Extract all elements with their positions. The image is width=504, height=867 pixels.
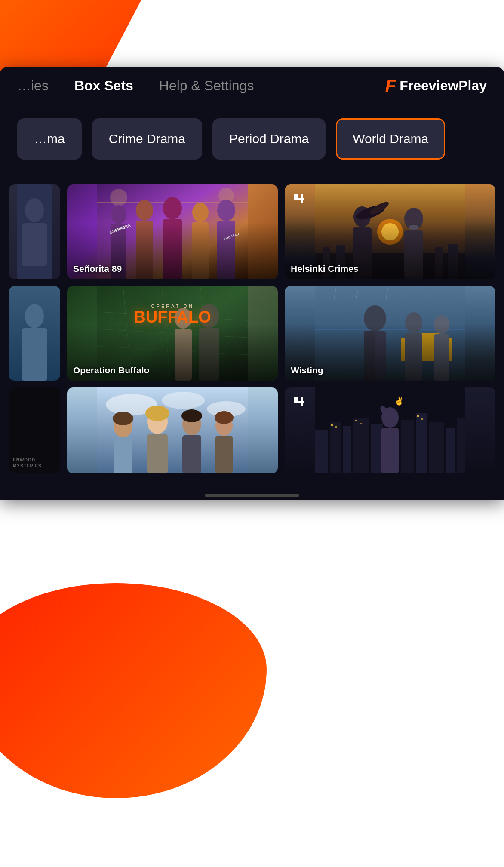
svg-point-76: [181, 409, 202, 422]
content-area: GUERRERA YUCATAN Señorita 89: [0, 172, 504, 500]
svg-rect-86: [371, 424, 383, 473]
scroll-bar: [205, 494, 299, 497]
show-title-wisting: Wisting: [291, 365, 323, 375]
svg-rect-82: [315, 430, 328, 473]
svg-rect-88: [416, 413, 427, 473]
tv-frame: …ies Box Sets Help & Settings F Freeview…: [0, 67, 504, 500]
nav-item-help[interactable]: Help & Settings: [159, 78, 254, 94]
show-row-3: ENWOODMYSTERIES: [0, 384, 504, 491]
svg-rect-95: [360, 423, 362, 424]
show-card-group-drama[interactable]: [67, 387, 278, 473]
greenwood-text: ENWOODMYSTERIES: [13, 457, 42, 469]
svg-rect-99: [381, 428, 399, 473]
svg-rect-84: [343, 426, 351, 473]
svg-rect-77: [182, 435, 201, 473]
svg-rect-74: [147, 434, 168, 473]
svg-rect-93: [335, 426, 337, 428]
show-card-greenwood[interactable]: ENWOODMYSTERIES: [9, 387, 60, 482]
svg-rect-90: [446, 428, 455, 473]
svg-point-67: [162, 392, 205, 409]
show-card-wisting[interactable]: Wisting: [285, 286, 495, 381]
nav-items: …ies Box Sets Help & Settings: [17, 78, 385, 94]
category-tab-crime[interactable]: Crime Drama: [92, 118, 202, 160]
svg-rect-80: [215, 436, 233, 473]
categories-bar: …ma Crime Drama Period Drama World Drama: [0, 105, 504, 172]
navigation-bar: …ies Box Sets Help & Settings F Freeview…: [0, 67, 504, 105]
category-tab-drama[interactable]: …ma: [17, 118, 82, 160]
svg-marker-102: [294, 397, 304, 406]
svg-point-1: [25, 198, 44, 222]
svg-point-79: [215, 411, 234, 424]
show-row-1: GUERRERA YUCATAN Señorita 89: [0, 181, 504, 283]
svg-rect-2: [22, 223, 47, 266]
background-shape-bottom: [0, 583, 267, 798]
show-card-senorita[interactable]: GUERRERA YUCATAN Señorita 89: [67, 184, 278, 279]
logo-text: FreeviewPlay: [400, 78, 487, 94]
partial-figure: [9, 286, 60, 381]
show-title-buffalo: Operation Buffalo: [73, 365, 149, 375]
svg-rect-92: [331, 424, 333, 426]
show-card-buffalo[interactable]: OPERATION BUFFALO Operation Buffalo: [67, 286, 278, 381]
category-tab-period[interactable]: Period Drama: [212, 118, 326, 160]
show-card-partial-1[interactable]: [9, 184, 60, 279]
show-row-2: OPERATION BUFFALO Operation Buffalo: [0, 283, 504, 384]
svg-rect-71: [114, 437, 132, 473]
group-drama-artwork: [67, 387, 278, 473]
ch4-night-artwork: ✌: [285, 387, 495, 473]
freeview-logo: F FreeviewPlay: [385, 76, 487, 96]
logo-letter: F: [385, 76, 396, 96]
svg-rect-89: [429, 422, 444, 473]
category-tab-world[interactable]: World Drama: [336, 118, 445, 160]
show-card-partial-2[interactable]: [9, 286, 60, 381]
buffalo-title-text: BUFFALO: [134, 309, 211, 325]
channel4-logo-bottom: [291, 394, 306, 411]
ch4-icon-bottom: [291, 394, 306, 409]
svg-point-37: [25, 304, 44, 328]
show-title-senorita: Señorita 89: [73, 264, 122, 274]
show-title-helsinki: Helsinki Crimes: [291, 264, 359, 274]
svg-rect-97: [421, 418, 423, 420]
svg-rect-85: [353, 418, 369, 473]
svg-rect-96: [417, 415, 419, 417]
show-card-ch4-night[interactable]: ✌: [285, 387, 495, 473]
svg-point-73: [145, 406, 169, 421]
channel4-logo: [291, 191, 306, 208]
show-card-helsinki[interactable]: Helsinki Crimes: [285, 184, 495, 279]
svg-rect-38: [22, 328, 47, 381]
scroll-indicator: [0, 491, 504, 500]
ch4-icon: [291, 191, 306, 206]
nav-item-boxsets[interactable]: Box Sets: [74, 78, 133, 94]
svg-point-70: [113, 412, 133, 425]
nav-item-movies[interactable]: …ies: [17, 78, 49, 94]
person-silhouette: [9, 184, 60, 279]
svg-rect-87: [401, 420, 414, 473]
svg-rect-91: [457, 418, 465, 473]
svg-rect-83: [330, 422, 341, 473]
svg-text:✌: ✌: [394, 397, 404, 406]
svg-rect-94: [355, 420, 357, 421]
